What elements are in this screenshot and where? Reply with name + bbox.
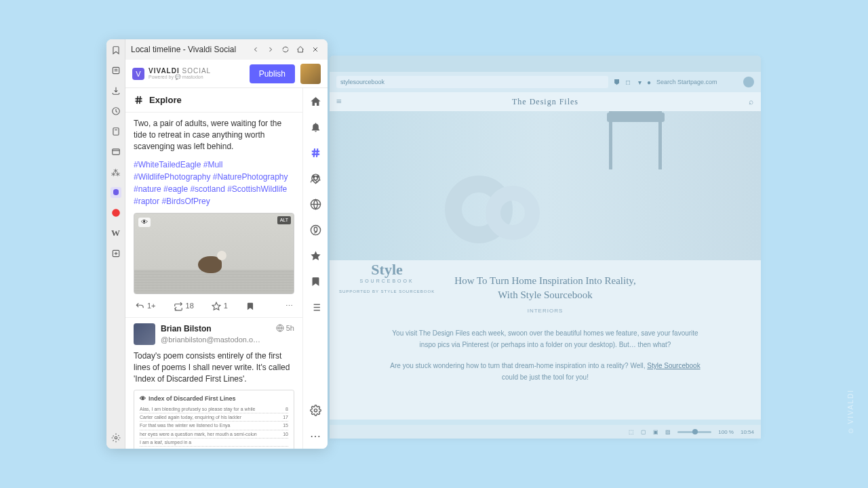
post: Brian Bilston @brianbilston@mastodon.o… … <box>125 318 302 449</box>
favourite-button[interactable]: 1 <box>212 301 228 311</box>
hashtag-link[interactable]: #raptor <box>134 197 159 206</box>
post: Two, a pair of adults, were waiting for … <box>125 113 302 318</box>
svg-rect-6 <box>112 149 119 155</box>
bg-article-paragraph: You visit The Design Files each week, sw… <box>384 327 707 350</box>
explore-header[interactable]: Explore <box>125 88 302 113</box>
direct-nav-icon[interactable] <box>309 224 321 236</box>
notifications-nav-icon[interactable] <box>309 121 321 133</box>
local-nav-icon[interactable] <box>309 172 321 184</box>
hashtag-link[interactable]: #Mull <box>203 160 223 169</box>
wikipedia-icon[interactable]: W <box>111 228 121 239</box>
hamburger-icon[interactable]: ≡ <box>336 96 342 107</box>
hashtag-link[interactable]: #BirdsOfPrey <box>161 197 210 206</box>
hashtag-link[interactable]: #eagle <box>163 184 188 194</box>
bg-hero-image <box>330 111 761 260</box>
reply-button[interactable]: 1+ <box>135 301 156 311</box>
boost-button[interactable]: 18 <box>174 301 194 311</box>
svg-point-26 <box>312 175 315 178</box>
panel-title: Local timeline - Vivaldi Social <box>131 45 248 54</box>
mastodon-panel-icon[interactable] <box>111 187 121 198</box>
post-image-document[interactable]: 👁Index of Discarded First Lines Alas, I … <box>134 390 294 449</box>
translate-icon[interactable]: ⁂ <box>111 167 121 178</box>
hashtag-link[interactable]: #nature <box>134 184 161 194</box>
bg-search-input[interactable]: Search Startpage.com <box>656 79 738 85</box>
document-line: Alas, I am bleeding profusely so please … <box>140 405 288 413</box>
explore-label: Explore <box>149 95 182 105</box>
powered-by-label: Powered by 💬 mastodon <box>149 75 211 80</box>
filter-icon[interactable]: ▨ <box>665 429 671 435</box>
zoom-value: 100 % <box>718 429 734 435</box>
preferences-nav-icon[interactable] <box>309 404 321 416</box>
panel-titlebar: Local timeline - Vivaldi Social <box>125 39 328 60</box>
svg-point-12 <box>115 436 117 439</box>
bg-profile-avatar[interactable] <box>743 77 754 87</box>
post-hashtags: #WhiteTailedEagle #Mull #WildlifePhotogr… <box>134 159 294 207</box>
style-sourcebook-link[interactable]: Style Sourcebook <box>647 362 700 369</box>
reading-list-icon[interactable] <box>111 65 121 76</box>
hashtag-link[interactable]: #WhiteTailedEagle <box>134 160 201 169</box>
close-panel-button[interactable] <box>309 43 322 56</box>
window-icon[interactable] <box>111 146 121 157</box>
reload-button[interactable] <box>279 43 292 56</box>
shield-icon[interactable]: ⛊ <box>614 79 620 86</box>
hashtag-link[interactable]: #NaturePhotography <box>213 172 288 182</box>
sensitive-toggle-icon[interactable]: 👁 <box>140 394 146 403</box>
post-author-handle[interactable]: @brianbilston@mastodon.o… <box>161 335 271 345</box>
mastodon-nav-column: ⋯ <box>303 88 328 449</box>
settings-icon[interactable] <box>111 432 121 443</box>
vivaldi-social-brand: VIVALDI SOCIAL <box>149 67 211 75</box>
hashtag-link[interactable]: #scotland <box>190 184 224 194</box>
tile-icon[interactable]: ▢ <box>641 429 646 435</box>
explore-nav-icon[interactable] <box>309 146 321 159</box>
vivaldi-social-logo-icon[interactable]: V <box>132 68 144 80</box>
user-avatar[interactable] <box>300 64 321 84</box>
clock-time: 10:54 <box>741 429 754 435</box>
history-icon[interactable] <box>111 106 121 117</box>
publish-button[interactable]: Publish <box>250 64 295 83</box>
post-author-name[interactable]: Brian Bilston <box>161 323 271 335</box>
downloads-icon[interactable] <box>111 85 121 96</box>
bg-address-input[interactable]: stylesourcebook <box>336 76 608 88</box>
bookmark-button[interactable] <box>245 302 255 311</box>
feed-column: Explore Two, a pair of adults, were wait… <box>125 88 303 449</box>
add-panel-icon[interactable] <box>111 248 121 259</box>
search-icon[interactable]: ⌕ <box>749 97 754 107</box>
svg-line-25 <box>316 148 317 157</box>
svg-line-24 <box>313 148 314 157</box>
more-button[interactable]: ⋯ <box>285 301 293 311</box>
post-actions: 1+ 18 1 ⋯ <box>134 301 294 311</box>
style-sourcebook-logo: Style SOURCEBOOK SUPPORTED BY STYLE SOUR… <box>339 261 435 295</box>
nav-back-button[interactable] <box>249 43 262 56</box>
vivaldi-icon[interactable] <box>111 207 121 218</box>
hashtag-link[interactable]: #WildlifePhotography <box>134 172 210 182</box>
background-browser-window: stylesourcebook ⛊ □ ▾ ● Search Startpage… <box>330 56 761 439</box>
bg-titlebar <box>330 56 761 72</box>
more-nav-icon[interactable]: ⋯ <box>309 430 321 442</box>
federated-nav-icon[interactable] <box>309 198 321 210</box>
hashtag-link[interactable]: #ScottishWildlife <box>227 184 287 194</box>
bookmarks-nav-icon[interactable] <box>309 275 321 287</box>
lists-nav-icon[interactable] <box>309 301 321 313</box>
favourites-nav-icon[interactable] <box>309 249 321 262</box>
svg-point-8 <box>112 209 120 217</box>
capture-icon[interactable]: ⬚ <box>629 429 634 435</box>
svg-rect-4 <box>113 128 118 136</box>
document-line: Carter called again today, enquiring of … <box>140 413 288 422</box>
bg-article-category: INTERIORS <box>384 308 707 314</box>
document-line: I am a leaf, slumped in a <box>140 439 288 447</box>
nav-forward-button[interactable] <box>264 43 277 56</box>
svg-point-27 <box>316 175 319 178</box>
document-line: For that was the winter we listened to E… <box>140 422 288 430</box>
notes-icon[interactable] <box>111 126 121 137</box>
sensitive-toggle-icon[interactable]: 👁 <box>138 218 151 227</box>
post-author-avatar[interactable] <box>134 323 155 345</box>
home-button[interactable] <box>294 43 307 56</box>
bg-site-title[interactable]: The Design Files <box>512 97 578 107</box>
image-icon[interactable]: ▣ <box>653 429 658 435</box>
bookmarks-icon[interactable] <box>111 45 121 56</box>
svg-point-30 <box>311 225 320 235</box>
home-nav-icon[interactable] <box>309 95 321 107</box>
bookmark-icon[interactable]: □ <box>626 79 630 86</box>
zoom-slider[interactable] <box>677 431 711 433</box>
post-image[interactable]: 👁 ALT <box>134 213 294 294</box>
